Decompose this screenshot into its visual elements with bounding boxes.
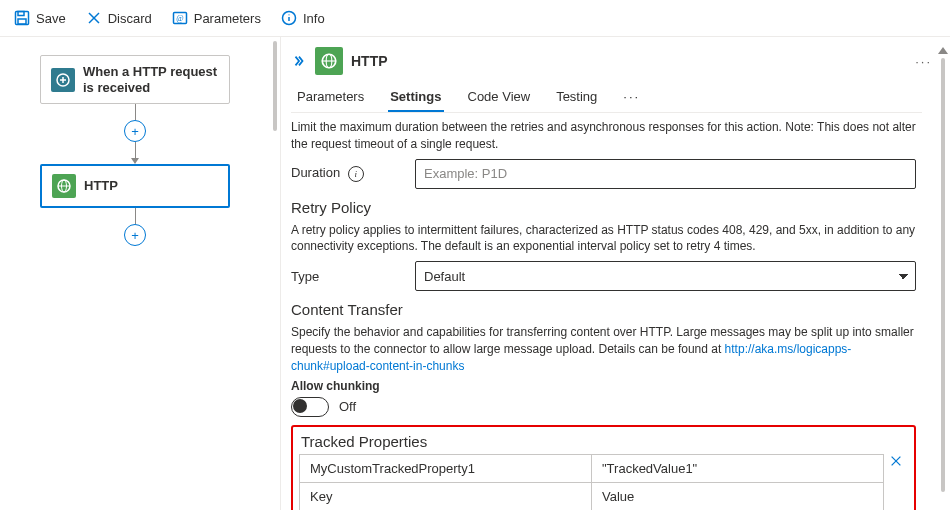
- svg-rect-2: [18, 19, 26, 24]
- tab-testing[interactable]: Testing: [554, 83, 599, 112]
- parameters-label: Parameters: [194, 11, 261, 26]
- trigger-node[interactable]: When a HTTP request is received: [40, 55, 230, 104]
- main-split: When a HTTP request is received + HTTP: [0, 37, 950, 510]
- save-icon: [14, 10, 30, 26]
- panel-header: HTTP ···: [291, 47, 938, 75]
- canvas-scrollbar[interactable]: [270, 37, 280, 510]
- tracked-property-value-placeholder[interactable]: Value: [592, 483, 883, 510]
- tracked-property-delete-button[interactable]: [884, 454, 908, 468]
- allow-chunking-label: Allow chunking: [291, 379, 916, 393]
- info-label: Info: [303, 11, 325, 26]
- command-bar: Save Discard @ Parameters Info: [0, 0, 950, 37]
- tracked-property-row: Key Value: [300, 482, 883, 510]
- duration-label: Duration i: [291, 165, 411, 182]
- info-button[interactable]: Info: [273, 6, 333, 30]
- content-transfer-description: Specify the behavior and capabilities fo…: [291, 324, 916, 374]
- panel-title: HTTP: [351, 53, 388, 69]
- retry-policy-title: Retry Policy: [291, 199, 916, 216]
- http-action-icon: [315, 47, 343, 75]
- panel-more-button[interactable]: ···: [909, 54, 938, 69]
- tab-parameters[interactable]: Parameters: [295, 83, 366, 112]
- tab-settings[interactable]: Settings: [388, 83, 443, 112]
- tracked-properties-highlight: Tracked Properties MyCustomTrackedProper…: [291, 425, 916, 510]
- connector-1: +: [124, 104, 146, 164]
- allow-chunking-toggle[interactable]: [291, 397, 329, 417]
- info-icon[interactable]: i: [348, 166, 364, 182]
- panel-scrollbar[interactable]: [938, 47, 948, 496]
- discard-label: Discard: [108, 11, 152, 26]
- info-icon: [281, 10, 297, 26]
- trigger-title: When a HTTP request is received: [83, 64, 219, 95]
- action-timeout-description: Limit the maximum duration between the r…: [291, 119, 916, 153]
- tracked-property-value[interactable]: "TrackedValue1": [592, 455, 883, 482]
- designer-canvas[interactable]: When a HTTP request is received + HTTP: [0, 37, 270, 510]
- close-icon: [889, 454, 903, 468]
- retry-type-label: Type: [291, 269, 411, 284]
- discard-button[interactable]: Discard: [78, 6, 160, 30]
- action-config-panel: HTTP ··· Parameters Settings Code View T…: [281, 37, 950, 510]
- retry-type-row: Type Default: [291, 261, 916, 291]
- tracked-property-key-placeholder[interactable]: Key: [300, 483, 592, 510]
- duration-row: Duration i: [291, 159, 916, 189]
- svg-text:@: @: [176, 14, 183, 23]
- retry-type-select[interactable]: Default: [415, 261, 916, 291]
- parameters-icon: @: [172, 10, 188, 26]
- workflow-column: When a HTTP request is received + HTTP: [22, 55, 248, 246]
- save-label: Save: [36, 11, 66, 26]
- app-root: Save Discard @ Parameters Info: [0, 0, 950, 510]
- tab-more[interactable]: ···: [621, 83, 642, 112]
- action-title: HTTP: [84, 178, 118, 194]
- tracked-property-row: MyCustomTrackedProperty1 "TrackedValue1": [300, 455, 883, 482]
- collapse-panel-button[interactable]: [291, 53, 307, 69]
- svg-point-9: [288, 14, 289, 15]
- settings-content: Limit the maximum duration between the r…: [291, 119, 938, 510]
- add-step-button-2[interactable]: +: [124, 224, 146, 246]
- tab-code-view[interactable]: Code View: [466, 83, 533, 112]
- allow-chunking-row: Off: [291, 397, 916, 417]
- tracked-properties-title: Tracked Properties: [301, 433, 908, 450]
- connector-2: +: [124, 208, 146, 246]
- add-step-button[interactable]: +: [124, 120, 146, 142]
- tracked-properties-grid: MyCustomTrackedProperty1 "TrackedValue1"…: [299, 454, 884, 510]
- discard-icon: [86, 10, 102, 26]
- save-button[interactable]: Save: [6, 6, 74, 30]
- designer-canvas-pane: When a HTTP request is received + HTTP: [0, 37, 281, 510]
- request-trigger-icon: [51, 68, 75, 92]
- svg-rect-1: [18, 12, 24, 16]
- content-transfer-title: Content Transfer: [291, 301, 916, 318]
- http-action-icon: [52, 174, 76, 198]
- action-node-http[interactable]: HTTP: [40, 164, 230, 208]
- allow-chunking-state: Off: [339, 399, 356, 414]
- parameters-button[interactable]: @ Parameters: [164, 6, 269, 30]
- tracked-property-key[interactable]: MyCustomTrackedProperty1: [300, 455, 592, 482]
- panel-tabs: Parameters Settings Code View Testing ··…: [291, 83, 922, 113]
- duration-input[interactable]: [415, 159, 916, 189]
- retry-policy-description: A retry policy applies to intermittent f…: [291, 222, 916, 256]
